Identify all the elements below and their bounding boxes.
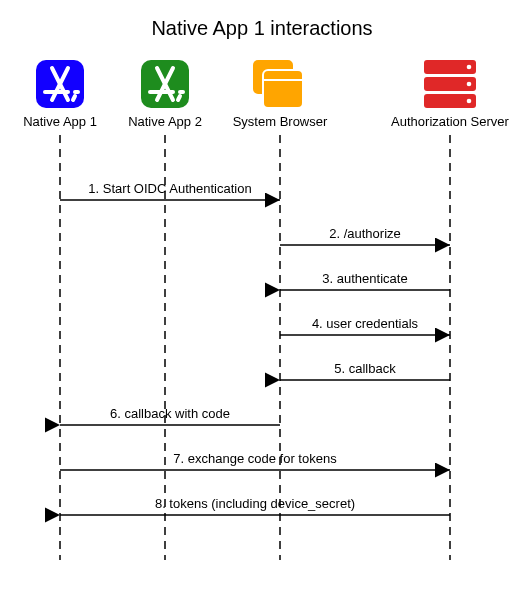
participant-label: Authorization Server [391,114,509,129]
participant-system-browser: System Browser [233,60,328,129]
message-label-m5: 5. callback [334,361,396,376]
message-label-m7: 7. exchange code for tokens [173,451,337,466]
message-label-m3: 3. authenticate [322,271,407,286]
svg-line-5 [73,96,75,100]
message-label-m8: 8. tokens (including device_secret) [155,496,355,511]
participant-label: Native App 1 [23,114,97,129]
participant-label: System Browser [233,114,328,129]
diagram-title: Native App 1 interactions [151,17,372,39]
svg-point-19 [467,65,472,70]
message-label-m1: 1. Start OIDC Authentication [88,181,251,196]
participant-native-app-1: Native App 1 [23,60,97,129]
participant-label: Native App 2 [128,114,202,129]
sequence-diagram: Native App 1 interactions Native App 1 N… [0,0,524,598]
svg-point-20 [467,82,472,87]
messages: 1. Start OIDC Authentication2. /authoriz… [60,181,450,515]
participant-authorization-server: Authorization Server [391,60,509,129]
svg-point-21 [467,99,472,104]
message-label-m2: 2. /authorize [329,226,401,241]
participant-native-app-2: Native App 2 [128,60,202,129]
svg-line-11 [178,96,180,100]
message-label-m6: 6. callback with code [110,406,230,421]
message-label-m4: 4. user credentials [312,316,419,331]
